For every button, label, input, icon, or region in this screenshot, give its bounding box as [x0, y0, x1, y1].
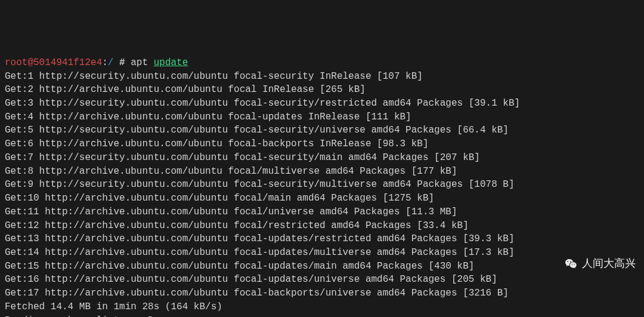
prompt-line: root@5014941f12e4:/ # apt update	[5, 56, 639, 70]
output-line: Get:11 http://archive.ubuntu.com/ubuntu …	[5, 205, 639, 219]
output-line: Fetched 14.4 MB in 1min 28s (164 kB/s)	[5, 300, 639, 314]
command-argument: update	[154, 57, 188, 68]
output-line: Get:7 http://security.ubuntu.com/ubuntu …	[5, 151, 639, 165]
output-line: Get:5 http://security.ubuntu.com/ubuntu …	[5, 124, 639, 137]
prompt-sep: :	[102, 57, 108, 68]
output-line: Get:8 http://archive.ubuntu.com/ubuntu f…	[5, 165, 639, 178]
output-line: Get:6 http://archive.ubuntu.com/ubuntu f…	[5, 137, 639, 151]
output-line: Get:15 http://archive.ubuntu.com/ubuntu …	[5, 260, 639, 273]
wechat-watermark: 人间大高兴	[564, 226, 636, 301]
terminal-output[interactable]: root@5014941f12e4:/ # apt updateGet:1 ht…	[5, 56, 639, 317]
output-line: Get:2 http://archive.ubuntu.com/ubuntu f…	[5, 83, 639, 97]
wechat-icon	[564, 226, 578, 301]
output-line: Get:9 http://security.ubuntu.com/ubuntu …	[5, 178, 639, 192]
output-line: Reading package lists... Done	[5, 314, 639, 317]
command: apt	[131, 57, 153, 68]
watermark-text: 人间大高兴	[582, 256, 636, 272]
output-line: Get:3 http://security.ubuntu.com/ubuntu …	[5, 97, 639, 110]
output-line: Get:17 http://archive.ubuntu.com/ubuntu …	[5, 287, 639, 300]
output-line: Get:14 http://archive.ubuntu.com/ubuntu …	[5, 246, 639, 260]
output-line: Get:4 http://archive.ubuntu.com/ubuntu f…	[5, 110, 639, 124]
prompt-hash: #	[113, 57, 131, 68]
output-line: Get:12 http://archive.ubuntu.com/ubuntu …	[5, 219, 639, 233]
output-line: Get:1 http://security.ubuntu.com/ubuntu …	[5, 70, 639, 84]
output-line: Get:16 http://archive.ubuntu.com/ubuntu …	[5, 273, 639, 287]
output-line: Get:10 http://archive.ubuntu.com/ubuntu …	[5, 192, 639, 205]
prompt-path: /	[108, 57, 114, 68]
prompt-user: root@5014941f12e4	[5, 57, 102, 68]
output-line: Get:13 http://archive.ubuntu.com/ubuntu …	[5, 232, 639, 246]
